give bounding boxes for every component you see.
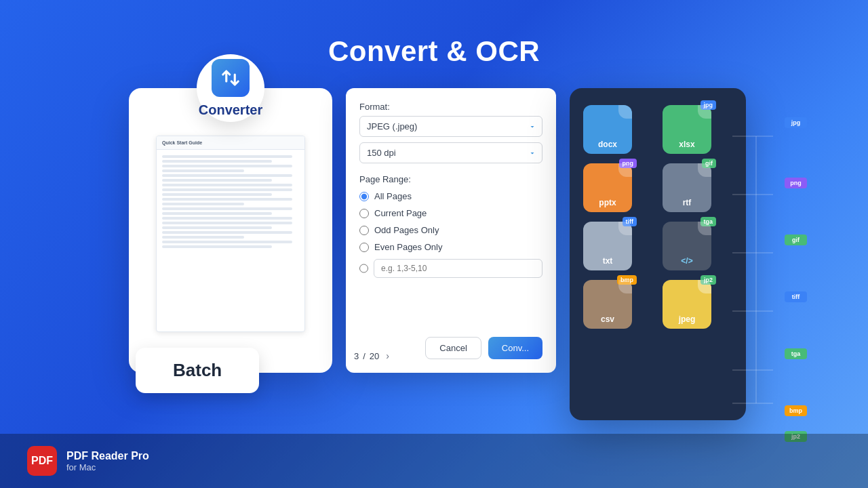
tag-jpg: jpg (785, 117, 807, 128)
next-page-button[interactable]: › (383, 349, 392, 363)
connector-lines (732, 112, 780, 410)
radio-current-page[interactable]: Current Page (359, 208, 542, 218)
app-name: PDF Reader Pro for Mac (66, 450, 149, 472)
radio-odd-pages[interactable]: Odd Pages Only (359, 225, 542, 235)
page-navigator: 3 / 20 › (346, 346, 400, 366)
formats-panel: docx jpg xlsx png pptx (570, 88, 746, 420)
batch-button-container: Batch (136, 348, 259, 393)
page-range-options: All Pages Current Page Odd Pages Only Ev… (359, 191, 542, 278)
side-tags: jpg png gif tiff tga bmp jp2 (785, 117, 807, 442)
dpi-select[interactable]: 150 dpi (359, 142, 542, 163)
cancel-button[interactable]: Cancel (425, 337, 481, 359)
pdf-header: Quick Start Guide (157, 136, 304, 150)
convert-dialog: Format: JPEG (.jpeg) 150 dpi Page Range:… (346, 88, 556, 373)
tag-tiff: tiff (785, 291, 807, 302)
page-title: Convert & OCR (0, 0, 868, 68)
radio-even-pages[interactable]: Even Pages Only (359, 242, 542, 252)
format-label: Format: (359, 102, 542, 112)
format-docx: docx (583, 105, 653, 154)
tag-bmp: bmp (785, 405, 807, 416)
batch-button[interactable]: Batch (136, 348, 259, 393)
converter-icon (212, 59, 250, 97)
pdf-lines (157, 150, 304, 256)
radio-all-pages[interactable]: All Pages (359, 191, 542, 201)
tag-gif: gif (785, 235, 807, 245)
pdf-preview: Quick Start Guide (156, 136, 305, 332)
radio-custom-range[interactable] (359, 259, 542, 278)
app-name-subtitle: for Mac (66, 462, 149, 472)
format-txt: tiff txt (583, 222, 653, 270)
bottom-bar: PDF PDF Reader Pro for Mac (0, 434, 868, 488)
convert-button[interactable]: Conv... (488, 337, 542, 359)
app-icon: PDF (27, 446, 57, 476)
format-rtf: gif rtf (663, 163, 732, 212)
custom-range-input[interactable] (374, 259, 542, 278)
format-select[interactable]: JPEG (.jpeg) (359, 116, 542, 137)
dialog-footer: Cancel Conv... (425, 337, 542, 359)
page-range-label: Page Range: (359, 174, 542, 184)
converter-label: Converter (199, 102, 262, 118)
format-jpeg: jp2 jpeg (663, 280, 732, 329)
tag-tga: tga (785, 348, 807, 359)
app-name-title: PDF Reader Pro (66, 450, 149, 462)
total-pages: 20 (370, 351, 379, 361)
format-csv: bmp csv (583, 280, 653, 329)
format-html: tga </> (663, 222, 732, 270)
current-page: 3 (354, 351, 359, 361)
converter-card: Converter Quick Start Guide (129, 88, 332, 373)
tag-png: png (785, 178, 807, 188)
format-xlsx: jpg xlsx (663, 105, 732, 154)
converter-icon-circle: Converter (197, 54, 264, 122)
format-pptx: png pptx (583, 163, 653, 212)
